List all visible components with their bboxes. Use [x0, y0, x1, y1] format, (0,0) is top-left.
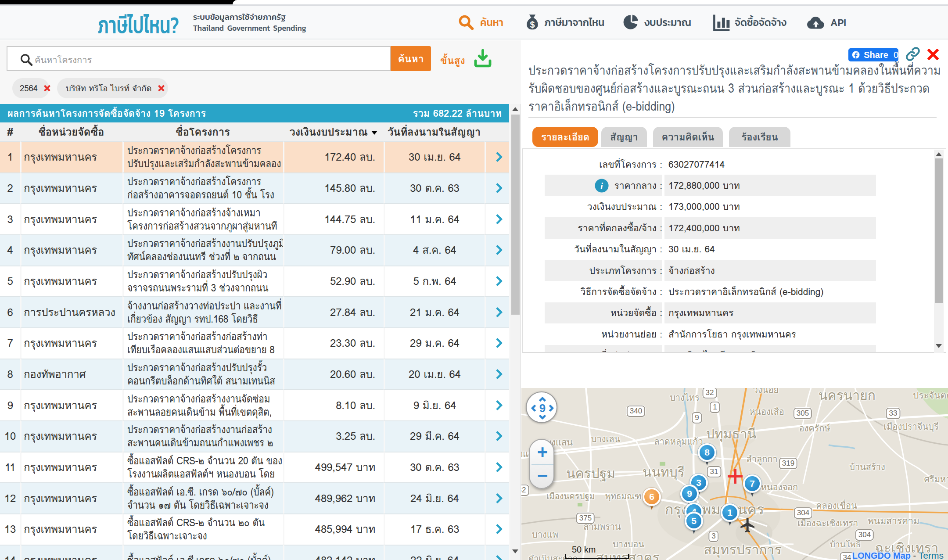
svg-text:i: i [600, 180, 603, 191]
svg-text:$: $ [530, 20, 535, 29]
